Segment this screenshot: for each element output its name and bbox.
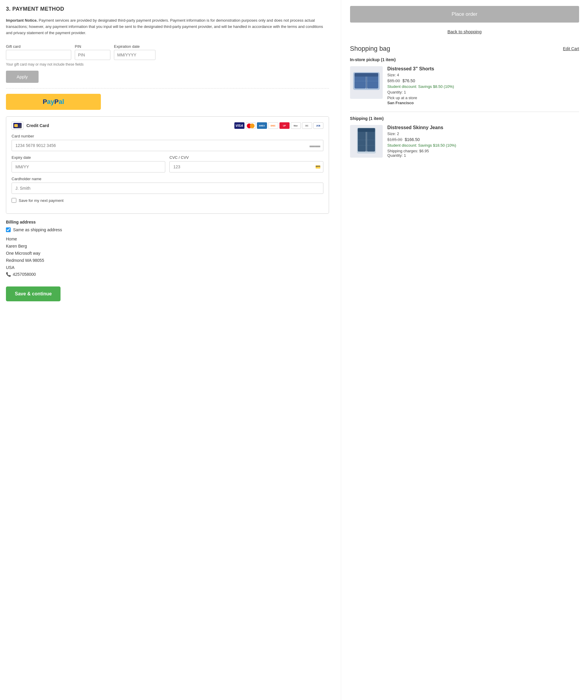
mastercard-logo xyxy=(246,122,256,129)
paypal-pal: P xyxy=(54,98,59,105)
gift-card-input[interactable] xyxy=(6,50,71,60)
product-2-image xyxy=(350,125,383,158)
svg-rect-9 xyxy=(367,128,375,151)
payment-notice: Important Notice. Payment services are p… xyxy=(6,18,329,36)
jeans-svg xyxy=(355,126,378,156)
product-1-row: Distressed 3" Shorts Size: 4 $85.00 $76.… xyxy=(350,66,579,106)
address-line-5: USA xyxy=(6,264,329,271)
gift-row: Gift card PIN Expiration date xyxy=(6,44,329,60)
pickup-section-label: In-store pickup (1 item) xyxy=(350,57,579,62)
product-1-qty: Quantity: 1 xyxy=(387,90,579,94)
billing-section: Billing address Same as shipping address… xyxy=(6,220,329,301)
billing-address: Home Karen Berg One Microsoft way Redmon… xyxy=(6,236,329,278)
cardholder-label: Cardholder name xyxy=(12,177,323,181)
address-line-1: Home xyxy=(6,236,329,243)
expiry-date-input[interactable] xyxy=(12,161,165,172)
credit-card-icon-box xyxy=(12,121,23,130)
gift-card-label: Gift card xyxy=(6,44,71,49)
card-number-input-wrapper: ▬▬ xyxy=(12,140,323,151)
expiry-date-field: Expiry date xyxy=(12,155,165,172)
product-2-discounted-price: $166.50 xyxy=(405,137,420,142)
product-2-row: Distressed Skinny Jeans Size: 2 $185.00 … xyxy=(350,125,579,159)
back-to-shopping-link[interactable]: Back to shopping xyxy=(350,29,579,34)
expiry-date-label: Expiry date xyxy=(12,155,165,160)
product-1-original-price: $85.00 xyxy=(387,78,400,83)
pin-label: PIN xyxy=(75,44,110,49)
cvc-input-wrapper: 💳 xyxy=(169,161,323,172)
product-2-qty: Quantity: 1 xyxy=(387,153,579,158)
product-2-prices: $185.00 $166.50 xyxy=(387,137,579,142)
pin-input[interactable] xyxy=(75,50,110,60)
shopping-bag-title: Shopping bag xyxy=(350,45,390,53)
notice-bold: Important Notice. xyxy=(6,18,38,23)
product-1-pickup-location: San Francisco xyxy=(387,101,579,105)
visa-logo: VISA xyxy=(234,122,244,129)
save-payment-label: Save for my next payment xyxy=(19,198,63,203)
shopping-bag-header: Shopping bag Edit Cart xyxy=(350,45,579,53)
cardholder-input[interactable] xyxy=(12,182,323,194)
save-checkbox-row: Save for my next payment xyxy=(12,198,323,203)
section-divider xyxy=(350,112,579,112)
cardholder-field: Cardholder name xyxy=(12,177,323,194)
paypal-label: PayPal xyxy=(43,98,64,106)
paypal-pal2: al xyxy=(59,98,64,105)
card-logos: VISA AMEX DISC UP Mae DC JCB xyxy=(234,122,323,129)
product-2-discount: Student discount: Savings $18.50 (10%) xyxy=(387,143,579,147)
edit-cart-link[interactable]: Edit Cart xyxy=(563,46,579,51)
expiry-field-group: Expiration date xyxy=(114,44,155,60)
address-line-4: Redmond WA 98055 xyxy=(6,257,329,264)
apply-button[interactable]: Apply xyxy=(6,71,39,83)
jcb-logo: JCB xyxy=(313,122,323,129)
paypal-light: ay xyxy=(47,98,54,105)
billing-title: Billing address xyxy=(6,220,329,224)
paypal-blue: P xyxy=(43,98,47,105)
same-address-label: Same as shipping address xyxy=(13,227,62,232)
same-address-checkbox[interactable] xyxy=(6,227,11,232)
unionpay-logo: UP xyxy=(279,122,290,129)
product-1-location-bold: San Francisco xyxy=(387,101,414,105)
save-continue-button[interactable]: Save & continue xyxy=(6,286,61,301)
gift-expiry-input[interactable] xyxy=(114,50,155,60)
product-1-size: Size: 4 xyxy=(387,73,579,77)
gift-hint: Your gift card may or may not include th… xyxy=(6,62,329,66)
expiry-label: Expiration date xyxy=(114,44,155,49)
cvc-label: CVC / CVV xyxy=(169,155,323,160)
place-order-button[interactable]: Place order xyxy=(350,6,579,23)
product-2-size: Size: 2 xyxy=(387,131,579,136)
credit-card-header: Credit Card VISA AMEX DISC UP Mae DC JCB xyxy=(12,121,323,130)
product-1-image xyxy=(350,66,383,99)
phone-icon: 📞 xyxy=(6,271,11,278)
credit-card-text: Credit Card xyxy=(26,123,49,128)
cvc-field: CVC / CVV 💳 xyxy=(169,155,323,172)
address-line-2: Karen Berg xyxy=(6,243,329,250)
address-line-3: One Microsoft way xyxy=(6,250,329,257)
save-payment-checkbox[interactable] xyxy=(12,198,16,203)
diners-logo: DC xyxy=(302,122,312,129)
card-number-label: Card number xyxy=(12,134,323,138)
maestro-logo: Mae xyxy=(291,122,301,129)
product-1-prices: $85.00 $76.50 xyxy=(387,78,579,83)
card-number-input[interactable] xyxy=(12,140,323,151)
svg-rect-8 xyxy=(357,128,365,151)
product-2-shipping: Shipping charges: $6.95 xyxy=(387,149,579,153)
cvc-input[interactable] xyxy=(169,161,323,172)
card-number-field: Card number ▬▬ xyxy=(12,134,323,151)
shorts-svg xyxy=(352,69,381,96)
product-2-info: Distressed Skinny Jeans Size: 2 $185.00 … xyxy=(387,125,579,159)
phone-number: 4257058000 xyxy=(13,271,36,278)
gift-card-field-group: Gift card xyxy=(6,44,71,60)
expiry-cvc-row: Expiry date CVC / CVV 💳 xyxy=(12,155,323,177)
left-panel: 3. PAYMENT METHOD Important Notice. Paym… xyxy=(0,0,341,700)
section-title: 3. PAYMENT METHOD xyxy=(6,6,329,12)
credit-card-icon xyxy=(13,123,22,128)
phone-row: 📞 4257058000 xyxy=(6,271,329,278)
product-2-name: Distressed Skinny Jeans xyxy=(387,125,579,130)
right-panel: Place order Back to shopping Shopping ba… xyxy=(341,0,588,700)
product-2-original-price: $185.00 xyxy=(387,137,403,142)
amex-logo: AMEX xyxy=(257,122,267,129)
notice-text: Payment services are provided by designa… xyxy=(6,18,323,35)
credit-card-section: Credit Card VISA AMEX DISC UP Mae DC JCB… xyxy=(6,116,329,214)
shipping-section-label: Shipping (1 item) xyxy=(350,116,579,121)
gift-card-section: Gift card PIN Expiration date Your gift … xyxy=(6,44,329,83)
paypal-button[interactable]: PayPal xyxy=(6,94,101,110)
